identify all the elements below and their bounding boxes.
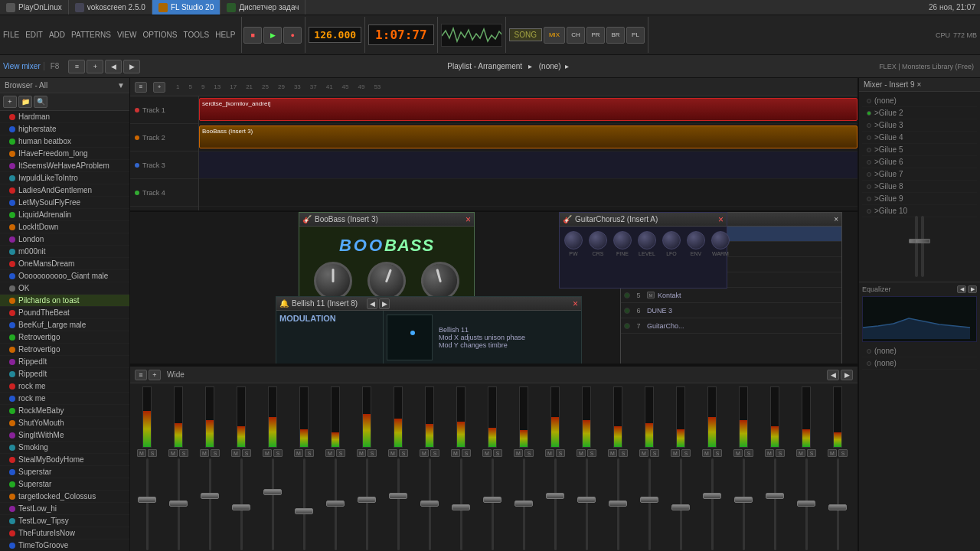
ch-mute-18[interactable]: M — [702, 449, 711, 457]
fader-knob-21[interactable] — [797, 500, 815, 507]
fader-knob-14[interactable] — [577, 497, 596, 503]
tb2-btn3[interactable]: ◀ — [105, 60, 122, 73]
insert-bottom-2[interactable]: (none) — [862, 357, 977, 370]
menu-edit[interactable]: EDIT — [25, 31, 43, 39]
ch-solo-3[interactable]: S — [242, 449, 251, 457]
ch-mute-4[interactable]: M — [263, 449, 272, 457]
ch-mute-11[interactable]: M — [482, 449, 492, 457]
ch-mute-5[interactable]: M — [294, 449, 303, 457]
tb2-btn1[interactable]: ≡ — [68, 60, 85, 73]
insert-fader-right-track[interactable] — [921, 216, 924, 277]
channel-rack-close[interactable]: × — [834, 215, 838, 223]
taskbar-tab-dispatcher[interactable]: Диспетчер задач — [220, 0, 305, 15]
guitar-chorus-knob5[interactable] — [662, 231, 681, 249]
sidebar-item-34[interactable]: TheFutureIsNow — [0, 527, 129, 540]
ch-solo-12[interactable]: S — [524, 449, 534, 457]
sidebar-item-0[interactable]: Hardman — [0, 111, 129, 123]
fader-knob-17[interactable] — [671, 504, 690, 510]
ch-solo-9[interactable]: S — [430, 449, 439, 457]
ch-solo-5[interactable]: S — [305, 449, 314, 457]
track-clip-1[interactable]: serdtse_[kornilov_andrei] — [199, 98, 858, 121]
taskbar-tab-flstudio[interactable]: FL Studio 20 — [152, 0, 220, 15]
ch-mute-19[interactable]: M — [733, 449, 743, 457]
ch5-mute[interactable]: M — [647, 292, 655, 298]
sidebar-folder-btn[interactable]: 📁 — [18, 96, 32, 108]
ch-mute-17[interactable]: M — [671, 449, 680, 457]
sidebar-item-17[interactable]: BeeKuf_Large male — [0, 319, 129, 331]
sidebar-item-28[interactable]: StealMyBodyHome — [0, 454, 129, 466]
ch-mute-21[interactable]: M — [796, 449, 805, 457]
fader-knob-16[interactable] — [640, 497, 658, 503]
ch-mute-15[interactable]: M — [608, 449, 617, 457]
fader-knob-12[interactable] — [514, 500, 533, 507]
sidebar-item-1[interactable]: higherstate — [0, 123, 129, 135]
ch-mute-3[interactable]: M — [231, 449, 240, 457]
sidebar-item-30[interactable]: Superstar — [0, 478, 129, 491]
menu-tools[interactable]: TOOLS — [183, 31, 209, 39]
insert-item-9[interactable]: >Gilue 10 — [862, 205, 977, 217]
ch-solo-15[interactable]: S — [619, 449, 628, 457]
ch-solo-21[interactable]: S — [807, 449, 816, 457]
sidebar-item-27[interactable]: Smoking — [0, 442, 129, 454]
insert-bottom-1[interactable]: (none) — [862, 345, 977, 357]
ch-solo-14[interactable]: S — [587, 449, 596, 457]
insert-item-5[interactable]: >Gilue 6 — [862, 156, 977, 168]
ch-mute-14[interactable]: M — [577, 449, 586, 457]
menu-add[interactable]: ADD — [49, 31, 65, 39]
rack-channel-7[interactable]: 7 GuitarCho... — [621, 318, 841, 334]
fader-knob-2[interactable] — [201, 493, 219, 499]
sidebar-search-btn[interactable]: 🔍 — [34, 96, 47, 108]
ch-solo-2[interactable]: S — [211, 449, 220, 457]
taskbar-tab-vokoscreen[interactable]: vokoscreen 2.5.0 — [69, 0, 152, 15]
sidebar-item-22[interactable]: rock me — [0, 380, 129, 393]
insert-item-1[interactable]: >Gilue 2 — [862, 107, 977, 119]
insert-item-8[interactable]: >Gilue 9 — [862, 193, 977, 205]
guitar-chorus-close[interactable]: × — [718, 214, 724, 225]
insert-item-2[interactable]: >Gilue 3 — [862, 119, 977, 132]
sidebar-item-13[interactable]: Ooooooooooo_Giant male — [0, 270, 129, 282]
plugins-button[interactable]: PL — [626, 27, 645, 44]
eq-left-btn[interactable]: ◀ — [957, 285, 966, 293]
ch-solo-18[interactable]: S — [713, 449, 722, 457]
stop-button[interactable]: ■ — [243, 27, 262, 44]
ch-mute-9[interactable]: M — [420, 449, 429, 457]
mixer-add-btn[interactable]: + — [149, 370, 161, 380]
sidebar-item-16[interactable]: PoundTheBeat — [0, 307, 129, 319]
sidebar-item-6[interactable]: LadiesAndGentlemen — [0, 184, 129, 197]
sidebar-item-8[interactable]: LiquidAdrenalin — [0, 209, 129, 221]
fader-knob-6[interactable] — [326, 500, 345, 507]
sidebar-item-12[interactable]: OneMansDream — [0, 258, 129, 270]
sidebar-add-btn[interactable]: + — [3, 96, 17, 108]
menu-options[interactable]: OPTIONS — [142, 31, 177, 39]
bellish-close[interactable]: × — [573, 298, 578, 309]
guitar-chorus-knob4[interactable] — [638, 231, 656, 249]
ch-mute-7[interactable]: M — [357, 449, 366, 457]
browser-button[interactable]: BR — [606, 27, 625, 44]
sidebar-item-29[interactable]: Superstar — [0, 466, 129, 478]
ch-solo-0[interactable]: S — [148, 449, 157, 457]
insert-item-7[interactable]: >Gilue 8 — [862, 181, 977, 193]
ch-solo-11[interactable]: S — [493, 449, 502, 457]
sidebar-item-21[interactable]: RippedIt — [0, 368, 129, 380]
mixer-menu-btn[interactable]: ≡ — [135, 370, 147, 380]
sidebar-item-7[interactable]: LetMySoulFlyFree — [0, 197, 129, 209]
guitar-chorus-knob6[interactable] — [687, 231, 705, 249]
insert-fader-left-track[interactable] — [915, 216, 918, 277]
sidebar-collapse-btn[interactable]: ▼ — [117, 81, 125, 90]
ch-solo-17[interactable]: S — [681, 449, 691, 457]
fader-knob-18[interactable] — [703, 493, 721, 499]
ch-solo-20[interactable]: S — [776, 449, 785, 457]
channel-rack-button[interactable]: CH — [567, 27, 585, 44]
menu-view[interactable]: VIEW — [117, 31, 137, 39]
sidebar-item-33[interactable]: TestLow_Tipsy — [0, 515, 129, 527]
insert-item-6[interactable]: >Gilue 7 — [862, 168, 977, 181]
fader-knob-7[interactable] — [358, 497, 376, 503]
fader-knob-9[interactable] — [420, 500, 439, 507]
insert-rack-close[interactable]: × — [916, 80, 921, 89]
guitar-chorus-titlebar[interactable]: 🎸 GuitarChorus2 (Insert A) × — [560, 213, 727, 227]
sidebar-item-23[interactable]: rock me — [0, 393, 129, 405]
guitar-chorus-knob7[interactable] — [711, 231, 730, 249]
ch-solo-7[interactable]: S — [368, 449, 377, 457]
sidebar-item-32[interactable]: TestLow_hi — [0, 503, 129, 515]
song-mode-button[interactable]: SONG — [509, 28, 542, 41]
